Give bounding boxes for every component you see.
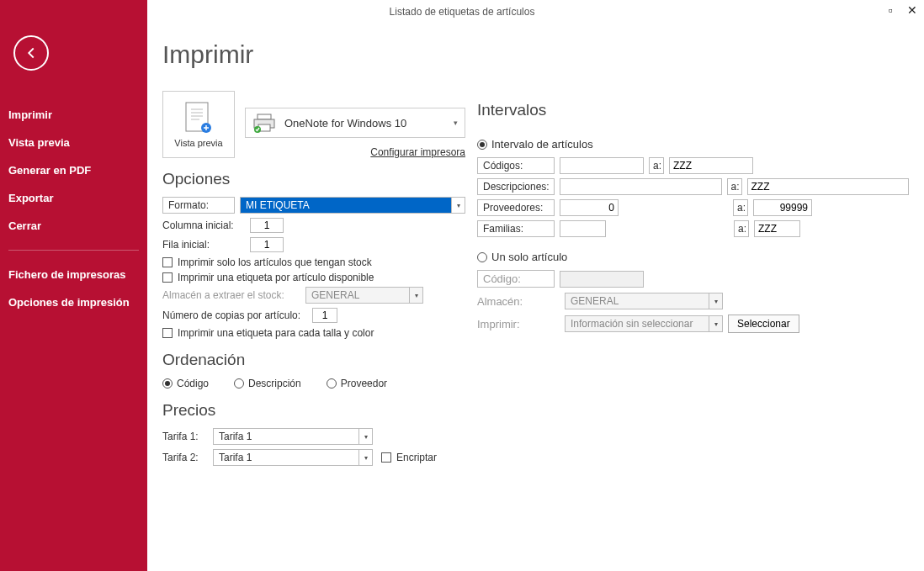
- orden-title: Ordenación: [162, 351, 465, 369]
- nav-separator: [8, 250, 139, 251]
- codigo-input: [560, 271, 644, 288]
- desc-to-input[interactable]: [747, 178, 910, 195]
- almacen-label: Almacén a extraer el stock:: [162, 289, 300, 301]
- tarifa2-select[interactable]: Tarifa 1▾: [213, 449, 373, 466]
- document-preview-icon: [184, 101, 213, 135]
- vista-previa-label: Vista previa: [174, 138, 222, 148]
- desc-from-input[interactable]: [560, 178, 722, 195]
- codigo-label: Código:: [477, 270, 555, 288]
- fila-inicial-input[interactable]: [250, 237, 284, 252]
- svg-rect-2: [258, 114, 271, 119]
- col-inicial-label: Columna inicial:: [162, 219, 245, 231]
- codigos-label: Códigos:: [477, 157, 555, 174]
- nav-exportar[interactable]: Exportar: [0, 184, 147, 212]
- radio-codigo[interactable]: [162, 378, 173, 389]
- prov-label: Proveedores:: [477, 199, 555, 216]
- tarifa2-label: Tarifa 2:: [162, 452, 208, 463]
- almacen2-label: Almacén:: [477, 295, 560, 308]
- cb-disponible[interactable]: [162, 272, 173, 283]
- radio-proveedor[interactable]: [327, 378, 337, 389]
- nav-imprimir[interactable]: Imprimir: [0, 101, 147, 129]
- sidebar: Imprimir Vista previa Generar en PDF Exp…: [0, 0, 147, 571]
- codigos-from-input[interactable]: [560, 157, 644, 174]
- seleccionar-button[interactable]: Seleccionar: [728, 315, 799, 333]
- fam-to-input[interactable]: [754, 220, 800, 237]
- printer-name: OneNote for Windows 10: [284, 117, 406, 130]
- copias-label: Número de copias por artículo:: [162, 309, 307, 321]
- formato-label: Formato:: [162, 197, 235, 214]
- cb-encriptar[interactable]: [381, 452, 391, 463]
- prov-to-input[interactable]: [753, 199, 812, 216]
- cb-tallacolor-label: Imprimir una etiqueta para cada talla y …: [178, 327, 374, 339]
- config-printer-link[interactable]: Configurar impresora: [245, 146, 465, 158]
- cb-encriptar-label: Encriptar: [396, 452, 437, 463]
- radio-intervalo-label: Intervalo de artículos: [491, 138, 593, 151]
- a-label-4: a:: [734, 220, 749, 237]
- radio-intervalo-articulos[interactable]: [477, 140, 487, 150]
- back-button[interactable]: [13, 35, 49, 71]
- printer-select[interactable]: OneNote for Windows 10 ▾: [245, 108, 465, 138]
- tarifa1-label: Tarifa 1:: [162, 431, 208, 442]
- nav-fichero-impresoras[interactable]: Fichero de impresoras: [0, 261, 147, 288]
- imprimir2-label: Imprimir:: [477, 318, 560, 330]
- radio-codigo-label: Código: [177, 378, 209, 389]
- radio-un-solo[interactable]: [477, 252, 487, 262]
- fila-inicial-label: Fila inicial:: [162, 239, 245, 251]
- radio-descripcion-label: Descripción: [248, 378, 301, 389]
- cb-stock[interactable]: [162, 257, 173, 267]
- chevron-down-icon: ▾: [454, 119, 458, 127]
- intervalos-title: Intervalos: [477, 101, 909, 119]
- precios-title: Precios: [162, 401, 465, 420]
- col-inicial-input[interactable]: [250, 218, 284, 233]
- a-label-3: a:: [733, 199, 748, 216]
- close-icon[interactable]: ✕: [905, 3, 919, 17]
- copias-input[interactable]: [312, 308, 337, 323]
- window-title: Listado de etiquetas de artículos: [390, 6, 535, 18]
- tarifa1-select[interactable]: Tarifa 1▾: [213, 428, 373, 445]
- almacen-select: GENERAL▾: [305, 287, 423, 304]
- nav-generar-pdf[interactable]: Generar en PDF: [0, 156, 147, 184]
- fam-label: Familias:: [477, 220, 555, 237]
- a-label-1: a:: [649, 157, 664, 174]
- cb-tallacolor[interactable]: [162, 328, 173, 338]
- prov-from-input[interactable]: [560, 199, 619, 216]
- a-label-2: a:: [727, 178, 742, 195]
- nav-vista-previa[interactable]: Vista previa: [0, 129, 147, 156]
- fam-from-input[interactable]: [560, 220, 606, 237]
- radio-descripcion[interactable]: [234, 378, 244, 389]
- codigos-to-input[interactable]: [669, 157, 753, 174]
- almacen2-select: GENERAL▾: [565, 293, 723, 309]
- vista-previa-button[interactable]: Vista previa: [162, 91, 235, 158]
- nav-cerrar[interactable]: Cerrar: [0, 212, 147, 240]
- nav-opciones-impresion[interactable]: Opciones de impresión: [0, 288, 147, 316]
- desc-label: Descripciones:: [477, 178, 555, 195]
- cb-disponible-label: Imprimir una etiqueta por artículo dispo…: [178, 272, 374, 283]
- radio-un-solo-label: Un solo artículo: [491, 251, 567, 263]
- printer-icon: [252, 113, 276, 133]
- cb-stock-label: Imprimir solo los artículos que tengan s…: [178, 256, 372, 268]
- radio-proveedor-label: Proveedor: [341, 378, 387, 389]
- imprimir2-select: Información sin seleccionar▾: [565, 315, 723, 332]
- opciones-title: Opciones: [162, 170, 465, 188]
- maximize-icon[interactable]: ▫: [884, 3, 897, 17]
- formato-select[interactable]: MI ETIQUETA▾: [240, 197, 465, 214]
- page-title: Imprimir: [162, 40, 909, 69]
